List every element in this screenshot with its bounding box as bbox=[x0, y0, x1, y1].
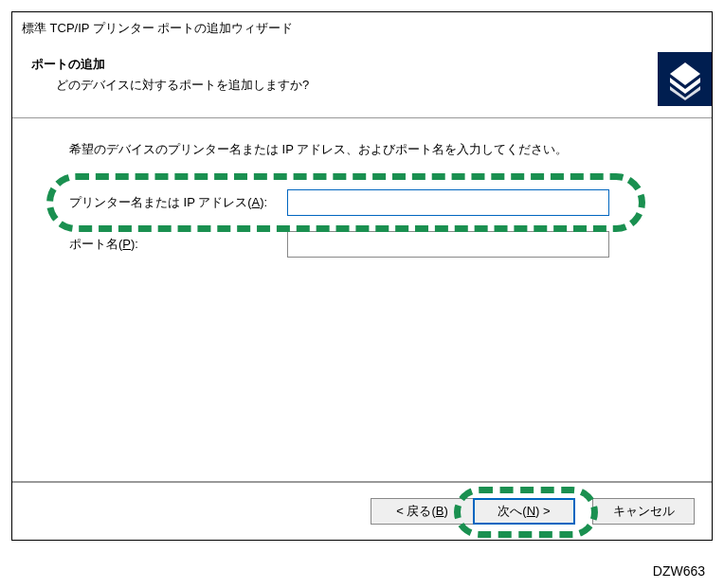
wizard-header: ポートの追加 どのデバイスに対するポートを追加しますか? bbox=[12, 45, 712, 117]
header-text: ポートの追加 どのデバイスに対するポートを追加しますか? bbox=[22, 52, 309, 94]
port-label-pre: ポート名( bbox=[69, 237, 122, 251]
next-pre: 次へ( bbox=[498, 504, 526, 518]
next-key: N bbox=[527, 504, 535, 518]
wizard-dialog: 標準 TCP/IP プリンター ポートの追加ウィザード ポートの追加 どのデバイ… bbox=[11, 11, 713, 541]
address-label-pre: プリンター名または IP アドレス( bbox=[69, 195, 252, 209]
port-label: ポート名(P): bbox=[69, 236, 287, 253]
nav-button-group: < 戻る(B) 次へ(N) > bbox=[371, 498, 575, 525]
port-label-key: P bbox=[122, 237, 131, 251]
wizard-footer: < 戻る(B) 次へ(N) > キャンセル bbox=[12, 482, 712, 540]
cancel-button[interactable]: キャンセル bbox=[592, 498, 695, 525]
address-row: プリンター名または IP アドレス(A): bbox=[69, 188, 678, 217]
printer-port-icon bbox=[658, 52, 712, 106]
back-post: ) bbox=[443, 504, 447, 518]
header-title: ポートの追加 bbox=[22, 56, 309, 73]
instruction-text: 希望のデバイスのプリンター名または IP アドレス、およびポート名を入力してくだ… bbox=[69, 141, 678, 158]
next-post: ) > bbox=[535, 504, 551, 518]
image-id-label: DZW663 bbox=[653, 563, 705, 579]
wizard-title: 標準 TCP/IP プリンター ポートの追加ウィザード bbox=[12, 12, 712, 45]
header-subtitle: どのデバイスに対するポートを追加しますか? bbox=[22, 77, 309, 94]
address-label-key: A bbox=[252, 195, 261, 209]
next-button[interactable]: 次へ(N) > bbox=[473, 498, 575, 525]
port-input[interactable] bbox=[287, 231, 609, 258]
port-row: ポート名(P): bbox=[69, 230, 678, 258]
port-label-post: ): bbox=[131, 237, 138, 251]
back-button[interactable]: < 戻る(B) bbox=[371, 498, 473, 525]
address-input[interactable] bbox=[287, 189, 609, 216]
wizard-content: 希望のデバイスのプリンター名または IP アドレス、およびポート名を入力してくだ… bbox=[12, 118, 712, 481]
address-label: プリンター名または IP アドレス(A): bbox=[69, 194, 287, 211]
back-pre: < 戻る( bbox=[396, 504, 436, 518]
address-label-post: ): bbox=[260, 195, 267, 209]
